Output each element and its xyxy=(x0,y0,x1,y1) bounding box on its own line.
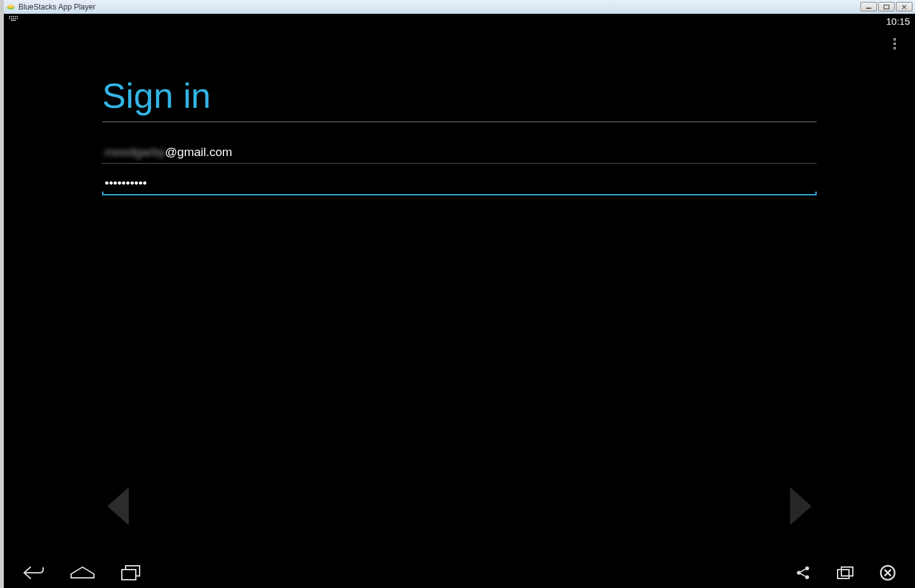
nav-close-icon[interactable] xyxy=(879,565,896,581)
app-icon xyxy=(6,3,15,11)
overflow-menu-icon[interactable] xyxy=(887,32,902,56)
password-field-wrap xyxy=(102,173,817,195)
svg-rect-8 xyxy=(16,16,18,17)
maximize-button[interactable] xyxy=(878,2,895,11)
svg-rect-10 xyxy=(11,18,12,19)
nav-home-icon[interactable] xyxy=(70,565,95,580)
back-arrow-icon[interactable] xyxy=(102,484,134,531)
svg-rect-15 xyxy=(122,570,136,580)
forward-arrow-icon[interactable] xyxy=(785,484,817,531)
status-clock: 10:15 xyxy=(886,16,910,27)
svg-rect-14 xyxy=(11,20,16,21)
android-screen: 10:15 Sign in moodgarby@gmail.com xyxy=(4,14,915,588)
email-field[interactable]: moodgarby@gmail.com xyxy=(102,141,817,164)
svg-rect-13 xyxy=(16,18,18,19)
svg-rect-3 xyxy=(884,5,889,9)
action-bar xyxy=(4,28,915,60)
svg-rect-5 xyxy=(11,16,12,17)
keyboard-icon xyxy=(9,16,19,23)
minimize-button[interactable] xyxy=(860,2,877,11)
svg-rect-19 xyxy=(838,570,849,578)
page-title: Sign in xyxy=(102,75,817,116)
nav-share-icon[interactable] xyxy=(796,565,811,580)
svg-rect-6 xyxy=(13,16,14,17)
window-titlebar[interactable]: BlueStacks App Player xyxy=(4,0,915,14)
close-button[interactable] xyxy=(896,2,912,11)
email-username: moodgarby xyxy=(105,145,165,159)
svg-rect-7 xyxy=(15,16,16,17)
app-window: BlueStacks App Player xyxy=(0,0,915,588)
svg-rect-9 xyxy=(9,18,10,19)
svg-rect-20 xyxy=(841,567,853,576)
status-bar: 10:15 xyxy=(4,14,915,28)
nav-recent-icon[interactable] xyxy=(121,565,141,581)
navigation-bar xyxy=(4,558,915,588)
svg-rect-12 xyxy=(15,18,16,19)
email-domain: @gmail.com xyxy=(165,145,232,159)
wizard-nav xyxy=(4,484,915,531)
window-controls xyxy=(860,2,912,11)
svg-rect-2 xyxy=(866,8,871,9)
password-field[interactable] xyxy=(102,173,817,195)
title-divider xyxy=(102,121,817,122)
svg-rect-4 xyxy=(9,16,10,17)
svg-rect-11 xyxy=(13,18,14,19)
window-title: BlueStacks App Player xyxy=(18,3,860,11)
svg-point-1 xyxy=(8,4,14,8)
nav-fullscreen-icon[interactable] xyxy=(836,566,854,580)
nav-back-icon[interactable] xyxy=(23,565,44,581)
